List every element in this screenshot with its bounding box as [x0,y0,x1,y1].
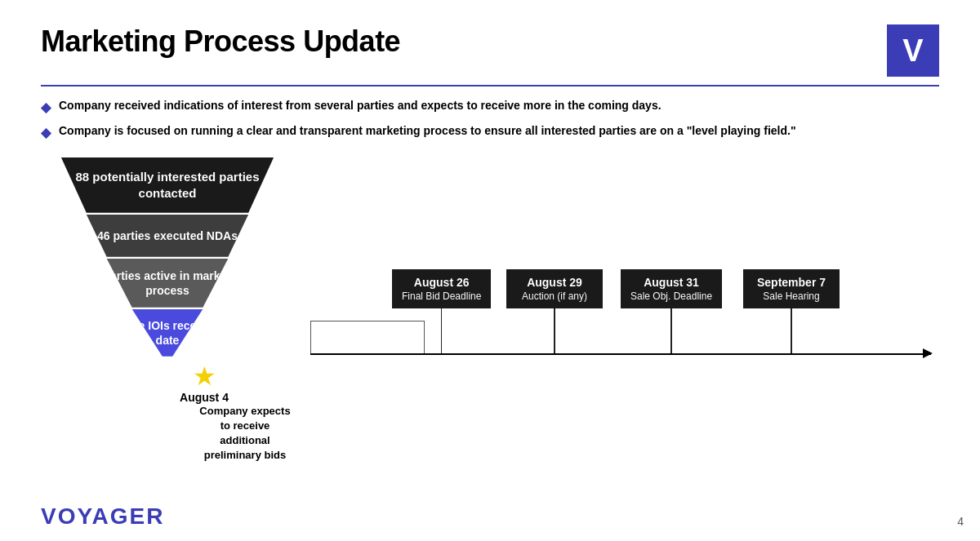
box-aug26-desc: Final Bid Deadline [402,290,481,302]
funnel-section-bottom: Multiple IOIs received to date [41,309,294,357]
box-aug26-inner: August 26 Final Bid Deadline [392,269,491,308]
bullet-item-2: ◆ Company is focused on running a clear … [41,123,939,142]
timeline-line [310,353,931,355]
bullet-item-1: ◆ Company received indications of intere… [41,98,939,117]
expect-bids-text: Company expects to receive additional pr… [196,404,294,463]
timeline-box-aug29: August 29 Auction (if any) [506,269,603,353]
box-aug31-date: August 31 [630,276,712,289]
funnel-mid1-text: 46 parties executed NDAs [97,228,238,243]
funnel-section-mid1: 46 parties executed NDAs [41,215,294,257]
header: Marketing Process Update V [41,24,939,77]
box-sep7-inner: September 7 Sale Hearing [743,269,840,308]
timeline-box-aug31: August 31 Sale Obj. Deadline [621,269,722,353]
page-number: 4 [957,515,964,528]
box-sep7-desc: Sale Hearing [753,290,830,302]
funnel-section-top: 88 potentially interested parties contac… [41,157,294,213]
timeline-box-aug26: August 26 Final Bid Deadline [392,269,491,353]
funnel-top-text: 88 potentially interested parties contac… [74,169,261,201]
box-aug31-inner: August 31 Sale Obj. Deadline [621,269,722,308]
divider [41,85,939,86]
box-aug29-desc: Auction (if any) [516,290,593,302]
timeline-items: August 26 Final Bid Deadline August 29 A… [310,182,939,410]
bullet-list: ◆ Company received indications of intere… [41,98,939,143]
bullet-text-1: Company received indications of interest… [59,98,662,114]
box-aug29-date: August 29 [516,276,593,289]
funnel-chart: 88 potentially interested parties contac… [41,157,294,445]
expect-bids-line1: Company expects to receive [199,405,290,432]
box-aug31-vline [670,308,672,353]
logo-box: V [887,24,939,77]
box-sep7-vline [791,308,792,353]
funnel-section-mid2: 22 parties active in marketing process [41,259,294,308]
box-aug29-vline [554,308,555,353]
bullet-diamond-icon-2: ◆ [41,124,51,142]
funnel-mid2-text: 22 parties active in marketing process [86,268,249,298]
box-aug26-date: August 26 [402,276,481,289]
box-sep7-date: September 7 [753,276,830,289]
page: Marketing Process Update V ◆ Company rec… [0,0,980,541]
timeline-arrow [923,348,933,358]
box-aug31-desc: Sale Obj. Deadline [630,290,712,302]
bullet-text-2: Company is focused on running a clear an… [59,123,796,140]
expect-bids-line2: additional preliminary bids [204,434,286,461]
box-aug26-vline [441,308,443,353]
august4-label: August 4 [180,391,229,404]
star-date-container: ★ August 4 [41,363,294,404]
timeline-area: August 26 Final Bid Deadline August 29 A… [310,182,939,410]
funnel-bottom-text: Multiple IOIs received to date [90,318,245,348]
bullet-diamond-icon: ◆ [41,99,51,117]
footer-brand: VOYAGER [41,503,164,530]
page-title: Marketing Process Update [41,24,400,59]
box-aug29-inner: August 29 Auction (if any) [506,269,603,308]
timeline-box-sep7: September 7 Sale Hearing [743,269,840,353]
main-content: 88 potentially interested parties contac… [41,157,939,445]
logo-icon: V [902,33,923,69]
star-icon: ★ [193,363,216,389]
